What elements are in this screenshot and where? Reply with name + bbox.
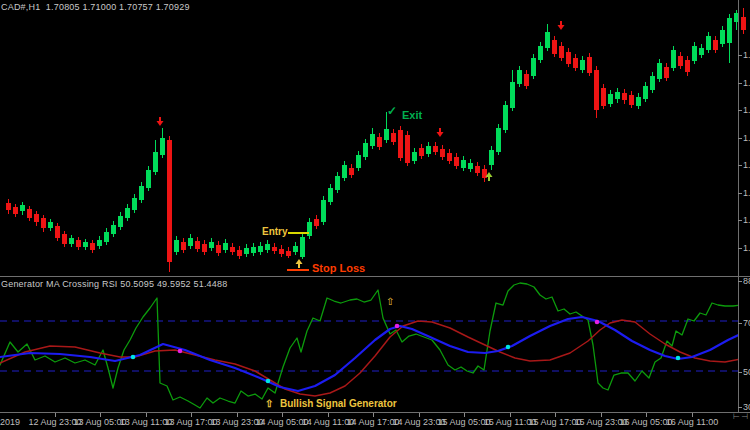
time-tick <box>419 413 420 417</box>
price-tick-label: 1.6 <box>743 50 750 60</box>
candle <box>69 235 74 247</box>
bearish-cross-dot <box>178 349 183 354</box>
price-tick <box>738 138 742 139</box>
price-tick <box>738 248 742 249</box>
candle <box>482 165 487 182</box>
price-tick <box>738 83 742 84</box>
stop-loss-dash <box>287 269 309 271</box>
candle <box>433 142 438 155</box>
time-tick <box>328 413 329 417</box>
candle <box>517 66 522 87</box>
candle <box>146 166 151 191</box>
mt4-chart-window: ⇧ CAD#,H1 1.70805 1.71000 1.70757 1.7092… <box>0 0 750 430</box>
price-tick-label: 1.6 <box>743 133 750 143</box>
exit-check-icon: ✓ <box>387 104 397 118</box>
candle <box>426 142 431 157</box>
chart-canvas[interactable]: ⇧ <box>0 0 750 430</box>
candle <box>531 54 536 79</box>
candle <box>153 140 158 175</box>
price-tick-label: 1.5 <box>743 188 750 198</box>
price-axis-line[interactable] <box>738 0 739 413</box>
indicator-tick <box>738 323 742 324</box>
candle <box>265 240 270 253</box>
indicator-tick-label: 88.6 <box>743 276 750 286</box>
candle <box>671 46 676 71</box>
time-tick-label: 15 Aug 05:00 <box>437 417 490 427</box>
candle <box>545 24 550 51</box>
time-tick <box>646 413 647 417</box>
candle <box>300 233 305 259</box>
entry-label: Entry <box>262 226 288 237</box>
candle <box>125 204 130 221</box>
candle <box>307 218 312 239</box>
candle <box>594 66 599 118</box>
indicator-tick <box>738 407 742 408</box>
candle <box>97 236 102 249</box>
indicator-tick-label: 50 <box>743 367 750 377</box>
sell-arrow-icon <box>437 128 444 137</box>
time-tick-label: 13 Aug 05:00 <box>73 417 126 427</box>
candle <box>356 151 361 171</box>
time-tick-label: 16 Aug 05:00 <box>619 417 672 427</box>
candle <box>321 196 326 225</box>
pane-separator[interactable] <box>0 276 750 277</box>
candle <box>27 206 32 221</box>
candle <box>692 42 697 64</box>
candle <box>608 90 613 107</box>
candle <box>615 88 620 103</box>
candle <box>48 219 53 231</box>
candle <box>489 146 494 170</box>
candle <box>34 211 39 226</box>
chart-title: CAD#,H1 1.70805 1.71000 1.70757 1.70929 <box>1 2 190 12</box>
candle <box>461 156 466 171</box>
candle <box>713 36 718 53</box>
candle <box>118 212 123 230</box>
time-tick <box>464 413 465 417</box>
bullish-cross-dot <box>676 356 681 361</box>
candle <box>566 48 571 67</box>
time-tick-label: 14 Aug 05:00 <box>255 417 308 427</box>
candle <box>573 54 578 71</box>
candle <box>538 42 543 63</box>
time-tick-label: 16 Aug 11:00 <box>666 417 718 427</box>
candle <box>643 82 648 102</box>
time-tick <box>692 413 693 417</box>
candle <box>706 32 711 53</box>
bullish-cross-dot <box>131 355 136 360</box>
candle <box>510 70 515 111</box>
candle <box>90 240 95 253</box>
sell-arrow-icon <box>157 117 164 126</box>
candle <box>685 56 690 76</box>
buy-arrow-icon <box>296 259 303 268</box>
time-tick <box>100 413 101 417</box>
price-tick <box>738 220 742 221</box>
candle <box>20 202 25 215</box>
candle <box>419 144 424 159</box>
candle <box>244 244 249 257</box>
candle <box>699 44 704 58</box>
candle <box>587 53 592 76</box>
candle <box>293 242 298 255</box>
candle <box>559 42 564 61</box>
candle <box>363 139 368 160</box>
candle <box>188 234 193 249</box>
candle <box>286 247 291 258</box>
time-tick <box>601 413 602 417</box>
ma-fast-line <box>0 317 749 391</box>
candle <box>650 72 655 93</box>
candle <box>398 126 403 161</box>
candle <box>720 26 725 47</box>
time-tick <box>282 413 283 417</box>
candle <box>454 153 459 169</box>
time-tick <box>510 413 511 417</box>
bearish-cross-dot <box>395 324 400 329</box>
price-tick-label: 1.6 <box>743 160 750 170</box>
candle <box>524 70 529 89</box>
bullish-signal-label: Bullish Signal Generator <box>280 398 397 409</box>
candle <box>139 182 144 203</box>
rsi-line <box>0 283 749 408</box>
candle <box>132 194 137 213</box>
candle <box>83 239 88 250</box>
time-tick <box>237 413 238 417</box>
time-tick <box>146 413 147 417</box>
